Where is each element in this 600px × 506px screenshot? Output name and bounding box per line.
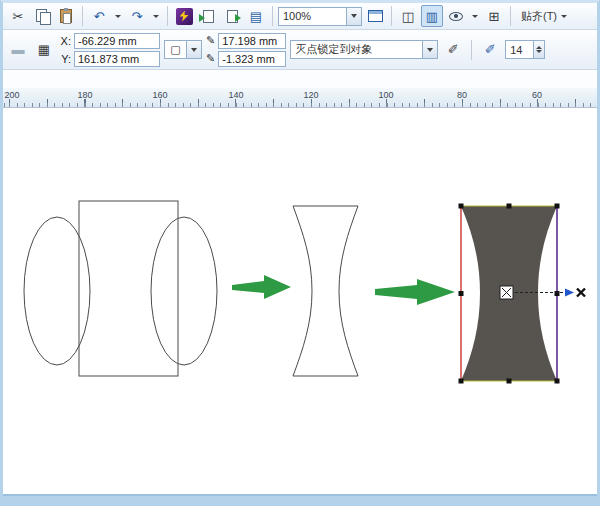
copy-button[interactable] — [31, 5, 53, 27]
snap-to-button[interactable]: 贴齐(T) — [516, 5, 572, 27]
green-arrow-2[interactable] — [375, 279, 455, 305]
handle-mid-right[interactable] — [555, 291, 560, 296]
depth-tool-button[interactable]: ✐ — [479, 39, 501, 61]
position-grid-icon: ▦ — [38, 42, 50, 57]
view-columns-button[interactable]: ▥ — [421, 5, 443, 27]
shear-h-value: 17.198 mm — [222, 35, 277, 47]
vanishing-point-arrow-icon — [565, 289, 574, 297]
inactive-button: ▬ — [7, 39, 29, 61]
y-label: Y: — [59, 53, 71, 65]
left-ellipse-shape[interactable] — [24, 217, 90, 365]
launcher-button[interactable] — [173, 5, 195, 27]
pen-angle-icon: ✐ — [448, 42, 459, 57]
handle-bottom-center[interactable] — [507, 379, 512, 384]
handle-bottom-right[interactable] — [555, 379, 560, 384]
redo-button[interactable]: ↷ — [126, 5, 148, 27]
y-position-value: 161.873 mm — [78, 53, 139, 65]
concave-lens-shape[interactable] — [293, 206, 358, 376]
chevron-down-icon — [153, 15, 159, 18]
vanishing-point-mode-value: 灭点锁定到对象 — [291, 42, 422, 57]
extrude-depth-value: 14 — [506, 44, 533, 56]
handle-top-right[interactable] — [555, 204, 560, 209]
separator — [272, 6, 273, 26]
view-normal-button[interactable]: ◫ — [397, 5, 419, 27]
x-position-value: -66.229 mm — [78, 35, 137, 47]
object-position-button[interactable]: ▦ — [33, 39, 55, 61]
ruler-label: 200 — [4, 90, 19, 100]
undo-dropdown-button[interactable] — [112, 5, 124, 27]
grid-icon: ⊞ — [489, 9, 500, 24]
horizontal-ruler[interactable]: 200 180 160 140 120 100 80 60 — [3, 88, 597, 108]
spinner-down-icon — [536, 50, 542, 53]
separator — [167, 6, 168, 26]
ruler-label: 180 — [77, 90, 92, 100]
export-icon — [227, 10, 238, 23]
shear-h-icon: ✎ — [206, 34, 215, 47]
y-position-field[interactable]: 161.873 mm — [74, 51, 160, 67]
shear-v-icon: ✎ — [206, 52, 215, 65]
redo-dropdown-button[interactable] — [150, 5, 162, 27]
inactive-icon: ▬ — [12, 42, 25, 57]
drawing-canvas[interactable] — [3, 109, 597, 496]
property-bar: ▬ ▦ X: -66.229 mm Y: 161.873 mm ▢ ✎ 17.1… — [3, 30, 597, 70]
vanishing-point-mode-combo[interactable]: 灭点锁定到对象 — [290, 40, 438, 59]
ruler-label: 120 — [303, 90, 318, 100]
x-position-field[interactable]: -66.229 mm — [74, 33, 160, 49]
app-window: ✂ ↶ ↷ ▤ 100% ◫ ▥ ⊞ 贴齐(T) — [0, 0, 600, 506]
fullscreen-preview-button[interactable] — [364, 5, 386, 27]
launcher-icon — [176, 8, 193, 25]
paper-dropdown-button[interactable] — [186, 41, 201, 58]
undo-icon: ↶ — [94, 9, 105, 24]
visibility-button[interactable] — [445, 5, 467, 27]
export-button[interactable] — [221, 5, 243, 27]
import-button[interactable] — [197, 5, 219, 27]
document-header-gap — [3, 70, 597, 88]
shear-h-field[interactable]: 17.198 mm — [218, 33, 286, 49]
redo-icon: ↷ — [132, 9, 143, 24]
green-arrow-1[interactable] — [232, 275, 291, 299]
paste-button[interactable] — [55, 5, 77, 27]
handle-bottom-left[interactable] — [459, 379, 464, 384]
chevron-down-icon — [351, 14, 357, 18]
cut-button[interactable]: ✂ — [7, 5, 29, 27]
zoom-level-combo[interactable]: 100% — [278, 7, 362, 26]
separator — [510, 6, 511, 26]
pen-angle-button[interactable]: ✐ — [442, 39, 464, 61]
vanishing-point-dropdown-button[interactable] — [422, 41, 437, 58]
view-normal-icon: ◫ — [402, 9, 414, 24]
app-grid-icon: ▤ — [250, 9, 262, 24]
separator — [82, 6, 83, 26]
chevron-down-icon — [427, 48, 433, 52]
eye-icon — [449, 12, 463, 21]
paste-icon — [60, 9, 72, 23]
depth-spinner[interactable] — [533, 41, 544, 58]
visibility-dropdown-button[interactable] — [469, 5, 481, 27]
handle-mid-left[interactable] — [459, 291, 464, 296]
handle-top-left[interactable] — [459, 204, 464, 209]
rectangle-shape[interactable] — [79, 201, 178, 376]
zoom-level-value: 100% — [279, 10, 346, 22]
chevron-down-icon — [191, 48, 197, 52]
vanishing-point-handle[interactable] — [577, 289, 585, 297]
ruler-label: 80 — [457, 90, 467, 100]
fullscreen-icon — [368, 10, 383, 22]
separator — [391, 6, 392, 26]
grid-toggle-button[interactable]: ⊞ — [483, 5, 505, 27]
canvas-svg — [3, 109, 597, 500]
shear-v-value: -1.323 mm — [222, 53, 275, 65]
import-icon — [203, 10, 214, 23]
ruler-label: 60 — [532, 90, 542, 100]
application-launcher-button[interactable]: ▤ — [245, 5, 267, 27]
handle-top-center[interactable] — [507, 204, 512, 209]
paper-selector-combo[interactable]: ▢ — [164, 40, 202, 59]
extrude-depth-field[interactable]: 14 — [505, 40, 545, 59]
right-ellipse-shape[interactable] — [151, 217, 217, 365]
shear-v-field[interactable]: -1.323 mm — [218, 51, 286, 67]
main-toolbar: ✂ ↶ ↷ ▤ 100% ◫ ▥ ⊞ 贴齐(T) — [3, 3, 597, 30]
view-columns-icon: ▥ — [426, 9, 438, 24]
separator — [471, 40, 472, 60]
zoom-dropdown-button[interactable] — [346, 8, 361, 25]
snap-to-label: 贴齐(T) — [521, 9, 557, 24]
ruler-label: 100 — [378, 90, 393, 100]
undo-button[interactable]: ↶ — [88, 5, 110, 27]
